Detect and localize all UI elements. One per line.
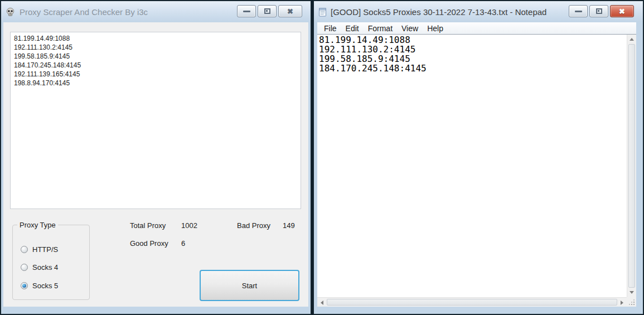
menu-item-edit[interactable]: Edit xyxy=(341,23,364,33)
arrow-down-icon xyxy=(630,291,634,294)
proxy-type-groupbox: Proxy Type HTTP/S Socks 4 Socks 5 xyxy=(12,225,90,300)
arrow-right-icon xyxy=(621,301,623,305)
menu-bar: File Edit Format View Help xyxy=(317,22,636,34)
notepad-text-area[interactable]: 81.199.14.49:1088 192.111.130.2:4145 199… xyxy=(317,35,627,297)
horizontal-scrollbar[interactable] xyxy=(317,297,627,307)
text-line: 199.58.185.9:4145 xyxy=(319,54,625,64)
title-bar[interactable]: [GOOD] Socks5 Proxies 30-11-2022 7-13-43… xyxy=(314,1,643,22)
total-proxy-value: 1002 xyxy=(181,221,197,230)
maximize-icon xyxy=(596,8,602,14)
radio-socks5[interactable]: Socks 5 xyxy=(21,282,58,290)
good-proxy-label: Good Proxy xyxy=(130,239,168,248)
close-button[interactable]: ✖ xyxy=(278,5,302,17)
proxy-list-line: 199.58.185.9:4145 xyxy=(14,52,297,61)
minimize-button[interactable] xyxy=(569,5,588,17)
proxy-list-line: 198.8.94.170:4145 xyxy=(14,79,297,88)
menu-item-format[interactable]: Format xyxy=(364,23,397,33)
text-line: 81.199.14.49:1088 xyxy=(319,35,625,45)
client-area: File Edit Format View Help 81.199.14.49:… xyxy=(317,22,636,307)
menu-item-view[interactable]: View xyxy=(397,23,423,33)
scroll-left-button[interactable] xyxy=(317,298,327,307)
notepad-icon xyxy=(318,7,327,17)
client-area: 81.199.14.49:1088 192.111.130.2:4145 199… xyxy=(3,22,308,307)
proxy-list-line: 81.199.14.49:1088 xyxy=(14,34,297,43)
total-proxy-label: Total Proxy xyxy=(130,221,166,230)
radio-label: Socks 4 xyxy=(32,263,58,272)
maximize-button[interactable] xyxy=(589,5,608,17)
resize-grip-icon xyxy=(627,297,636,307)
window-notepad: [GOOD] Socks5 Proxies 30-11-2022 7-13-43… xyxy=(313,0,644,315)
window-title: [GOOD] Socks5 Proxies 30-11-2022 7-13-43… xyxy=(331,7,546,17)
arrow-up-icon xyxy=(630,38,634,41)
minimize-button[interactable] xyxy=(237,5,256,17)
close-icon: ✖ xyxy=(619,8,625,15)
proxy-list-line: 192.111.139.165:4145 xyxy=(14,70,297,79)
radio-icon xyxy=(21,264,28,271)
bad-proxy-value: 149 xyxy=(283,221,295,230)
proxy-list-line: 192.111.130.2:4145 xyxy=(14,43,297,52)
horizontal-scrollbar-thumb[interactable] xyxy=(327,299,617,306)
proxy-type-label: Proxy Type xyxy=(17,221,58,229)
maximize-button[interactable] xyxy=(258,5,277,17)
close-icon: ✖ xyxy=(287,8,293,15)
good-proxy-value: 6 xyxy=(181,239,185,248)
menu-item-help[interactable]: Help xyxy=(423,23,448,33)
window-title: Proxy Scraper And Checker By i3c xyxy=(20,7,148,17)
scroll-right-button[interactable] xyxy=(617,298,627,307)
text-line: 192.111.130.2:4145 xyxy=(319,45,625,54)
start-button[interactable]: Start xyxy=(200,270,299,301)
edit-area: 81.199.14.49:1088 192.111.130.2:4145 199… xyxy=(317,34,636,307)
bad-proxy-label: Bad Proxy xyxy=(237,221,270,230)
menu-item-file[interactable]: File xyxy=(319,23,341,33)
scroll-down-button[interactable] xyxy=(627,288,636,297)
close-button[interactable]: ✖ xyxy=(610,5,634,17)
maximize-icon xyxy=(264,8,270,14)
scroll-up-button[interactable] xyxy=(627,35,636,44)
radio-label: Socks 5 xyxy=(32,282,58,290)
proxy-list-line: 184.170.245.148:4145 xyxy=(14,61,297,70)
resize-grip[interactable] xyxy=(627,297,636,307)
vertical-scrollbar[interactable] xyxy=(627,35,636,297)
minimize-icon xyxy=(243,11,250,12)
minimize-icon xyxy=(575,11,582,12)
arrow-left-icon xyxy=(321,301,323,305)
desktop: Proxy Scraper And Checker By i3c ✖ 81.19… xyxy=(0,0,644,315)
radio-socks4[interactable]: Socks 4 xyxy=(21,263,58,272)
radio-icon xyxy=(21,246,28,253)
vertical-scrollbar-thumb[interactable] xyxy=(628,44,635,288)
title-bar[interactable]: Proxy Scraper And Checker By i3c ✖ xyxy=(1,1,311,22)
radio-label: HTTP/S xyxy=(32,245,58,254)
proxy-list-box[interactable]: 81.199.14.49:1088 192.111.130.2:4145 199… xyxy=(10,32,301,209)
radio-icon xyxy=(21,282,28,289)
window-proxy-checker: Proxy Scraper And Checker By i3c ✖ 81.19… xyxy=(0,0,312,315)
text-line: 184.170.245.148:4145 xyxy=(319,64,625,73)
skull-icon xyxy=(6,7,15,17)
radio-http[interactable]: HTTP/S xyxy=(21,245,58,254)
